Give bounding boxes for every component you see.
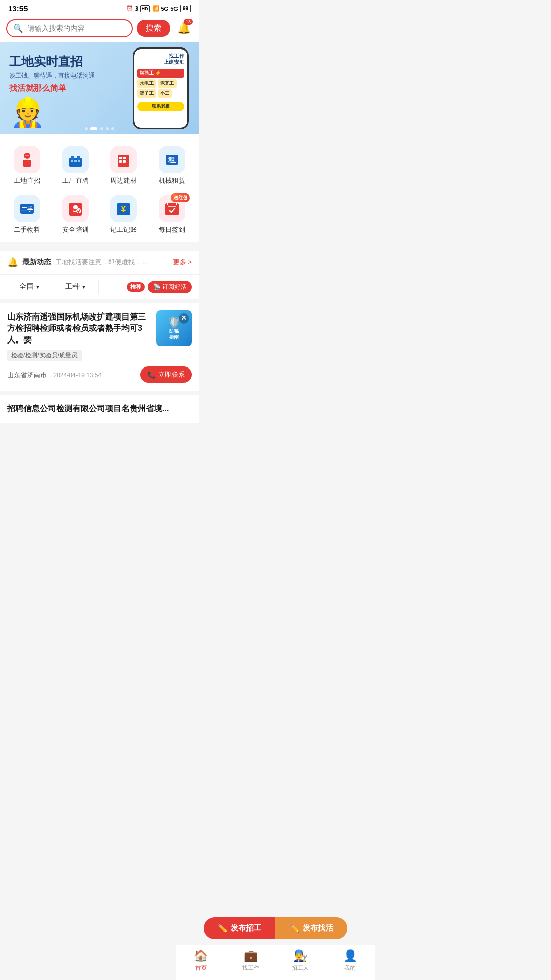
worker-figure: 👷 bbox=[10, 99, 45, 127]
svg-rect-7 bbox=[74, 160, 77, 162]
news-preview: 工地找活要注意，即便难找，... bbox=[55, 258, 169, 267]
filter-job-type[interactable]: 工种 ▼ bbox=[53, 280, 99, 294]
news-bar[interactable]: 🔔 最新动态 工地找活要注意，即便难找，... 更多 > bbox=[0, 251, 199, 275]
status-time: 13:55 bbox=[8, 4, 28, 13]
banner-tagline: 找活就那么简单 bbox=[9, 83, 95, 94]
svg-rect-2 bbox=[25, 155, 29, 156]
dot-4[interactable] bbox=[106, 127, 109, 130]
filter-job-type-label: 工种 bbox=[65, 282, 80, 291]
notification-badge: 13 bbox=[184, 19, 193, 25]
svg-text:租: 租 bbox=[168, 156, 176, 164]
equipment-rental-label: 机械租赁 bbox=[159, 176, 185, 185]
tag-xiaogong: 小工 bbox=[158, 89, 172, 98]
category-construction-direct[interactable]: 工地直招 bbox=[4, 142, 51, 189]
status-icons: ⏰ ₿ HD 📶 5G 5G 99 bbox=[126, 5, 191, 12]
work-accounting-icon: ¥ bbox=[110, 195, 137, 222]
dot-1[interactable] bbox=[85, 127, 88, 130]
banner[interactable]: 工地实时直招 谈工钱、聊待遇，直接电话沟通 找活就那么简单 👷 找工作上建安汇 … bbox=[0, 42, 199, 134]
hd-icon: HD bbox=[140, 5, 150, 12]
svg-rect-24 bbox=[167, 202, 168, 205]
filter-region[interactable]: 全国 ▼ bbox=[7, 280, 53, 294]
filter-region-label: 全国 bbox=[19, 282, 34, 291]
svg-rect-11 bbox=[123, 157, 126, 159]
category-factory-direct[interactable]: 工厂直聘 bbox=[53, 142, 99, 189]
rss-icon: 📡 bbox=[153, 283, 161, 290]
job-tag-1-0: 检验/检测/实验员/质量员 bbox=[7, 350, 82, 361]
close-fraud-badge[interactable]: ✕ bbox=[179, 313, 189, 324]
banner-phone: 找工作上建安汇 钢筋工 ⚡ 水电工 泥瓦工 架子工 小工 联系老板 bbox=[128, 47, 194, 132]
signal-icon: 5G bbox=[161, 6, 169, 12]
tag-shuidian: 水电工 bbox=[137, 79, 156, 88]
dot-3[interactable] bbox=[100, 127, 103, 130]
category-daily-checkin[interactable]: 送红包 每日签到 bbox=[149, 191, 195, 238]
subscribe-label: 订阅好活 bbox=[162, 283, 187, 291]
subscribe-button[interactable]: 📡 订阅好活 bbox=[148, 281, 192, 293]
svg-rect-13 bbox=[123, 160, 126, 163]
category-second-hand[interactable]: 二手 二手物料 bbox=[4, 191, 51, 238]
factory-direct-label: 工厂直聘 bbox=[62, 176, 89, 185]
alarm-icon: ⏰ bbox=[126, 5, 133, 12]
search-input[interactable] bbox=[28, 24, 126, 32]
fraud-badge-text: 防骗指南 bbox=[169, 329, 179, 340]
category-safety-training[interactable]: 安全培训 bbox=[53, 191, 99, 238]
news-more[interactable]: 更多 > bbox=[173, 258, 192, 267]
daily-checkin-label: 每日签到 bbox=[159, 225, 185, 234]
banner-subtitle: 谈工钱、聊待遇，直接电话沟通 bbox=[9, 71, 95, 80]
recommend-badge: 推荐 bbox=[127, 282, 145, 292]
construction-direct-icon bbox=[14, 146, 40, 173]
signal2-icon: 5G bbox=[170, 6, 178, 12]
job-tags-1: 检验/检测/实验员/质量员 bbox=[7, 350, 192, 361]
work-accounting-label: 记工记账 bbox=[110, 225, 137, 234]
search-input-wrapper[interactable]: 🔍 bbox=[6, 19, 133, 37]
category-building-materials[interactable]: 周边建材 bbox=[101, 142, 147, 189]
daily-checkin-badge: 送红包 bbox=[171, 193, 190, 202]
fraud-prevention-badge[interactable]: ✕ 🛡️ 防骗指南 bbox=[156, 310, 192, 346]
filter-row: 全国 ▼ 工种 ▼ 推荐 📡 订阅好活 bbox=[0, 275, 199, 299]
contact-boss-btn: 联系老板 bbox=[137, 102, 184, 111]
category-equipment-rental[interactable]: 租 机械租赁 bbox=[149, 142, 195, 189]
safety-training-label: 安全培训 bbox=[62, 225, 89, 234]
svg-rect-12 bbox=[119, 160, 122, 163]
category-work-accounting[interactable]: ¥ 记工记账 bbox=[101, 191, 147, 238]
factory-direct-icon bbox=[62, 146, 89, 173]
wifi-icon: 📶 bbox=[152, 5, 159, 12]
svg-text:二手: 二手 bbox=[21, 206, 33, 212]
bell-news-icon: 🔔 bbox=[7, 257, 18, 268]
job-card-2: 招聘信息公司检测有限公司项目名贵州省境... bbox=[0, 395, 199, 423]
chevron-down-icon-region: ▼ bbox=[35, 284, 40, 290]
bluetooth-icon: ₿ bbox=[135, 6, 138, 12]
contact-now-button-1[interactable]: 📞 立即联系 bbox=[140, 366, 192, 383]
search-button[interactable]: 搜索 bbox=[137, 20, 170, 37]
job-meta-1: 山东省济南市 2024-04-19 13:54 📞 立即联系 bbox=[7, 366, 192, 383]
tag-niwa: 泥瓦工 bbox=[158, 79, 177, 88]
job-card-1: ✕ 🛡️ 防骗指南 山东济南遥强国际机场改扩建项目第三方检招聘检师或者检员或者熟… bbox=[0, 303, 199, 391]
svg-rect-1 bbox=[23, 160, 31, 167]
banner-title: 工地实时直招 bbox=[9, 55, 95, 69]
job-location-date-1: 山东省济南市 2024-04-19 13:54 bbox=[7, 370, 102, 380]
safety-training-icon bbox=[62, 195, 89, 222]
search-icon: 🔍 bbox=[13, 23, 23, 33]
notification-bell[interactable]: 🔔 13 bbox=[174, 19, 193, 37]
svg-rect-6 bbox=[71, 160, 73, 162]
tag-jiazi: 架子工 bbox=[137, 89, 156, 98]
job-location-1: 山东省济南市 bbox=[7, 371, 47, 379]
svg-rect-25 bbox=[176, 202, 177, 205]
svg-rect-8 bbox=[78, 160, 80, 162]
construction-direct-label: 工地直招 bbox=[14, 176, 40, 185]
contact-now-label-1: 立即联系 bbox=[158, 370, 185, 379]
filter-right-actions: 推荐 📡 订阅好活 bbox=[127, 281, 192, 293]
category-grid: 工地直招 工厂直聘 周边建材 租 机械租赁 二手 二手物料 安全培训 ¥ 记 bbox=[0, 134, 199, 242]
dot-5[interactable] bbox=[111, 127, 114, 130]
second-hand-label: 二手物料 bbox=[14, 225, 40, 234]
battery-icon: 99 bbox=[180, 5, 191, 12]
job-date-1: 2024-04-19 13:54 bbox=[53, 372, 102, 379]
dot-2[interactable] bbox=[90, 127, 97, 130]
news-title: 最新动态 bbox=[22, 258, 51, 267]
svg-rect-4 bbox=[71, 156, 74, 160]
svg-rect-5 bbox=[77, 156, 80, 160]
job-title-2: 招聘信息公司检测有限公司项目名贵州省境... bbox=[7, 403, 192, 414]
svg-point-19 bbox=[73, 205, 78, 209]
svg-text:¥: ¥ bbox=[121, 205, 126, 213]
divider-1 bbox=[0, 242, 199, 247]
building-materials-icon bbox=[110, 146, 137, 173]
